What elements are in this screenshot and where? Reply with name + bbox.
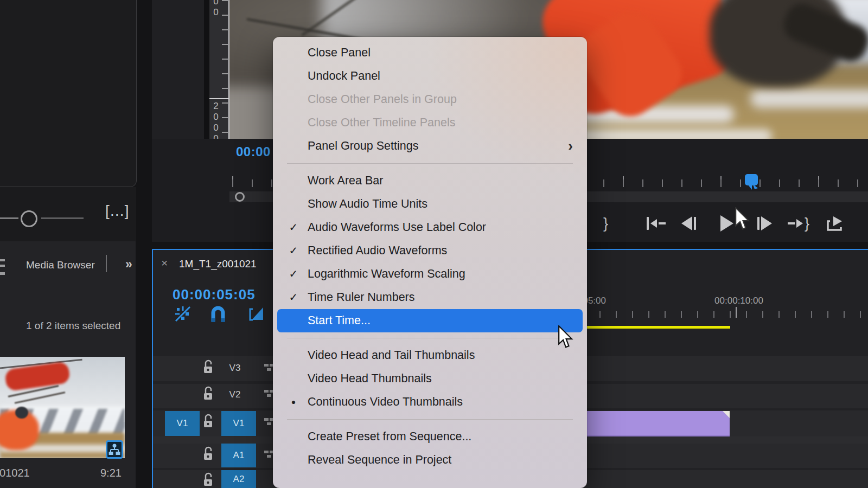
nest-sequences-icon[interactable] [174,305,192,325]
submenu-arrow-icon: › [568,134,573,158]
track-label-v2[interactable]: V2 [224,389,246,400]
ruler-digit: 0 [212,112,220,123]
track-label-v3[interactable]: V3 [224,363,246,374]
source-patch-v1-button[interactable]: V1 [165,411,200,436]
tab-sequence-name[interactable]: 1M_T1_z001021 [179,258,257,270]
snap-magnet-icon[interactable] [209,305,227,325]
zoom-scrollbar-handle[interactable] [21,210,37,227]
track-lock-icon[interactable] [201,359,214,377]
ruler-digit: 0 [212,133,220,139]
program-scrollbar-handle[interactable] [235,192,245,202]
timeline-ruler-major-tick [736,307,737,318]
checkmark-icon: ✓ [284,262,303,286]
menu-item-create-preset-from-sequence[interactable]: Create Preset from Sequence... [273,425,587,448]
panel-overflow-chevron[interactable]: » [125,257,131,272]
ruler-digit: 0 [212,0,220,7]
clip-end-fold [723,411,730,418]
linked-selection-icon[interactable] [247,305,265,325]
mouse-cursor-secondary [735,207,751,233]
mark-out-button[interactable]: } [603,214,608,233]
menu-item-work-area-bar[interactable]: Work Area Bar [273,169,587,192]
radio-dot-icon: ● [284,390,303,414]
target-track-a2-button[interactable]: A2 [221,470,256,488]
menu-item-video-head-and-tail-thumbnails[interactable]: Video Head and Tail Thumbnails [273,344,587,367]
menu-item-time-ruler-numbers[interactable]: ✓ Time Ruler Numbers [273,286,587,309]
track-lock-icon[interactable] [201,413,214,432]
sequence-badge-icon [106,440,123,461]
ruler-digit: 2 [212,101,220,112]
step-forward-button[interactable] [757,214,772,233]
mouse-cursor [558,325,574,351]
menu-item-start-time[interactable]: Start Time... [277,309,583,332]
checkmark-icon: ✓ [284,286,303,309]
menu-item-logarithmic-waveform-scaling[interactable]: ✓ Logarithmic Waveform Scaling [273,262,587,286]
track-lock-icon[interactable] [201,472,214,488]
go-to-in-button[interactable] [647,214,666,233]
menu-separator [287,419,573,420]
menu-item-show-audio-time-units[interactable]: Show Audio Time Units [273,192,587,216]
program-playhead-marker[interactable] [744,174,760,193]
button-editor-icon[interactable]: […] [105,202,129,220]
step-back-button[interactable] [681,214,696,233]
target-track-a1-button[interactable]: A1 [221,444,256,467]
menu-item-close-panel[interactable]: Close Panel [273,41,587,65]
zoom-scrollbar-track-right [41,217,84,219]
timeline-timecode[interactable]: 00:00:05:05 [173,286,256,303]
ruler-gap [204,0,209,139]
menu-item-audio-waveforms-use-label-color[interactable]: ✓ Audio Waveforms Use Label Color [273,216,587,239]
premiere-pro-app: […] 0 0 2 0 0 0 00:00 [0,0,868,488]
target-track-v1-button[interactable]: V1 [221,411,256,436]
ruler-label-10s: 00:00:10:00 [695,296,782,306]
track-lock-icon[interactable] [201,446,214,464]
menu-item-panel-group-settings[interactable]: Panel Group Settings › [273,134,587,158]
source-monitor-bottom-bar: […] [0,187,136,241]
menu-item-close-other-panels-in-group: Close Other Panels in Group [273,88,587,111]
source-monitor-empty-panel [0,0,137,187]
media-item-name: 001021 [0,467,30,479]
program-timecode[interactable]: 00:00 [236,144,271,159]
ruler-ticks [222,0,228,139]
snow-patch [750,89,868,108]
menu-item-rectified-audio-waveforms[interactable]: ✓ Rectified Audio Waveforms [273,239,587,262]
thumb-person-head [15,407,28,419]
program-vertical-ruler: 0 0 2 0 0 0 [209,0,229,139]
menu-item-close-other-timeline-panels: Close Other Timeline Panels [273,111,587,134]
play-button[interactable] [720,214,733,233]
selection-status-text: 1 of 2 items selected [26,320,120,332]
menu-item-continuous-video-thumbnails[interactable]: ● Continuous Video Thumbnails [273,390,587,414]
zoom-scrollbar-track-left [0,217,18,219]
panel-tab-icon-fragment [0,258,5,279]
ruler-digit: 0 [212,123,220,133]
go-to-out-button[interactable]: } [788,214,809,233]
timeline-context-menu: Close Panel Undock Panel Close Other Pan… [273,37,587,488]
menu-item-video-head-thumbnails[interactable]: Video Head Thumbnails [273,367,587,390]
menu-separator [287,338,573,338]
track-lock-icon[interactable] [201,386,214,404]
tab-edge-line [106,255,107,272]
close-tab-icon[interactable]: × [161,256,168,269]
checkmark-icon: ✓ [284,216,303,239]
menu-item-undock-panel[interactable]: Undock Panel [273,65,587,88]
menu-item-reveal-sequence-in-project[interactable]: Reveal Sequence in Project [273,448,587,472]
export-frame-button[interactable] [825,214,845,233]
media-item-duration: 9:21 [100,467,122,479]
ruler-digit: 0 [212,7,220,18]
tab-media-browser[interactable]: Media Browser [26,259,95,271]
checkmark-icon: ✓ [284,239,303,262]
